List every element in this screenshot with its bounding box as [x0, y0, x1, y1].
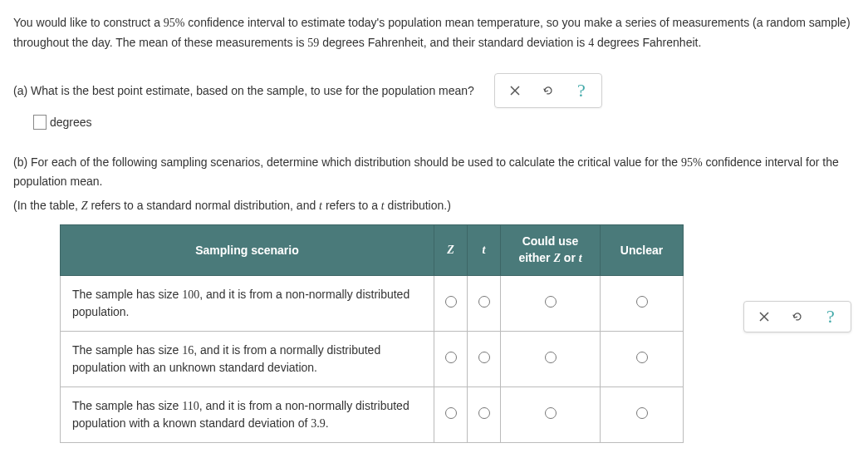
- radio-either[interactable]: [545, 352, 557, 363]
- table-row: The sample has size 110, and it is from …: [61, 387, 684, 442]
- close-button[interactable]: [748, 305, 781, 328]
- scenario-cell: The sample has size 100, and it is from …: [61, 275, 434, 331]
- close-button[interactable]: [498, 77, 532, 104]
- question-icon: ?: [577, 80, 586, 101]
- radio-t[interactable]: [478, 407, 490, 419]
- close-icon: [758, 310, 771, 323]
- reset-button[interactable]: [532, 77, 565, 104]
- scenario-cell: The sample has size 110, and it is from …: [61, 387, 434, 442]
- reset-icon: [542, 84, 555, 97]
- table-note: (In the table, Z refers to a standard no…: [13, 199, 855, 213]
- table-row: The sample has size 16, and it is from a…: [61, 331, 684, 387]
- distribution-table: Sampling scenario Z t Could use either Z…: [60, 224, 684, 442]
- scenario-cell: The sample has size 16, and it is from a…: [61, 331, 434, 387]
- reset-button[interactable]: [781, 305, 814, 328]
- unit-label: degrees: [50, 116, 92, 129]
- header-t: t: [468, 225, 501, 275]
- reset-icon: [791, 310, 804, 323]
- radio-unclear[interactable]: [636, 407, 648, 419]
- radio-unclear[interactable]: [636, 296, 648, 308]
- help-button[interactable]: ?: [565, 77, 598, 104]
- radio-z[interactable]: [445, 407, 457, 419]
- radio-t[interactable]: [478, 296, 490, 308]
- radio-either[interactable]: [545, 407, 557, 419]
- question-icon: ?: [826, 306, 835, 327]
- radio-either[interactable]: [545, 296, 557, 308]
- radio-unclear[interactable]: [636, 352, 648, 363]
- toolbar-a: ?: [494, 73, 602, 108]
- point-estimate-input[interactable]: [33, 115, 47, 130]
- header-scenario: Sampling scenario: [61, 225, 434, 275]
- header-unclear: Unclear: [601, 225, 684, 275]
- toolbar-floating: ?: [743, 301, 851, 332]
- header-either: Could use either Z or t: [501, 225, 601, 275]
- radio-t[interactable]: [478, 352, 490, 363]
- help-button[interactable]: ?: [814, 305, 847, 328]
- header-z: Z: [434, 225, 468, 275]
- close-icon: [508, 84, 522, 97]
- radio-z[interactable]: [445, 296, 457, 308]
- question-a-text: (a) What is the best point estimate, bas…: [13, 84, 474, 97]
- radio-z[interactable]: [445, 352, 457, 363]
- question-b-text: (b) For each of the following sampling s…: [13, 153, 855, 191]
- intro-text: You would like to construct a 95% confid…: [13, 13, 855, 53]
- table-row: The sample has size 100, and it is from …: [61, 275, 684, 331]
